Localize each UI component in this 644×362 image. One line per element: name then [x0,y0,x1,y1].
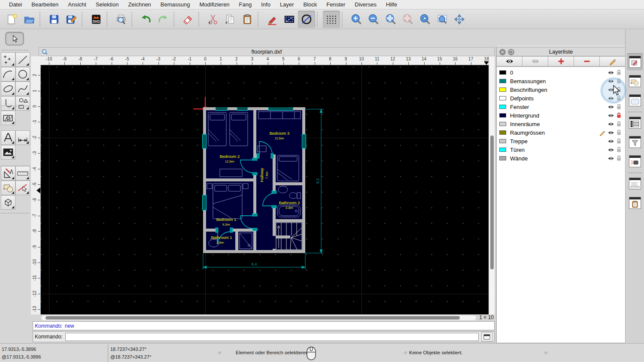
menu-item-bearbeiten[interactable]: Bearbeiten [27,1,63,8]
layer-visibility-toggle[interactable] [607,148,615,152]
save-button[interactable] [46,11,63,28]
zoom-out-button[interactable] [365,11,382,28]
layer-lock-toggle[interactable] [615,112,623,118]
command-line-dock-toggle[interactable] [627,175,643,192]
vertical-scrollbar-thumb[interactable] [490,136,494,269]
zoom-selection-button[interactable] [399,11,416,28]
layer-row-wände[interactable]: Wände [497,154,625,163]
ellipse-tool-button[interactable] [1,81,15,96]
layer-row-treppe[interactable]: Treppe [497,137,625,145]
paste-button[interactable] [239,11,256,28]
menu-item-ansicht[interactable]: Ansicht [63,1,91,8]
clipboard-dock-toggle[interactable] [627,194,643,211]
layer-visibility-toggle[interactable] [607,122,615,127]
block-tool-button[interactable] [1,181,15,195]
add-layer-button[interactable] [548,56,574,66]
menu-item-datei[interactable]: Datei [4,1,27,8]
layer-lock-toggle[interactable] [615,147,623,153]
zoom-window-button[interactable] [434,11,451,28]
delete-button[interactable] [179,11,197,28]
layer-visibility-toggle[interactable] [607,70,615,75]
hatch-tool-button[interactable] [1,111,15,125]
pan-button[interactable] [451,11,468,28]
command-input[interactable] [65,333,479,341]
layer-row-defpoints[interactable]: Defpoints [497,94,625,103]
layer-row-innenräume[interactable]: Innenräume [497,120,625,128]
library-browser-dock-toggle[interactable] [627,92,643,109]
command-window-toggle-button[interactable] [481,332,492,341]
layer-lock-toggle[interactable] [615,121,623,127]
text-tool-button[interactable] [1,130,15,145]
layer-visibility-toggle[interactable] [607,79,615,84]
measure-tool-button[interactable] [15,166,30,181]
layer-row-fenster[interactable]: Fenster [497,103,625,111]
horizontal-scrollbar-thumb[interactable] [46,316,460,320]
layer-visibility-toggle[interactable] [607,96,615,101]
zoom-auto-button[interactable] [382,11,399,28]
vertical-scrollbar[interactable] [489,56,495,314]
draw-pencil-button[interactable] [264,11,281,28]
menu-item-zeichnen[interactable]: Zeichnen [123,1,155,8]
horizontal-scrollbar[interactable] [41,315,477,321]
layer-row-bemassungen[interactable]: Bemassungen [497,77,625,85]
grid-toggle-button[interactable] [323,11,340,28]
drawing-canvas[interactable]: Bedroom 2 12.3m² Bedroom 3 11.5m² Hallwa… [41,65,489,314]
document-title-bar[interactable]: floorplan.dxf [39,47,495,56]
menu-item-bemassung[interactable]: Bemassung [156,1,195,8]
copy-button[interactable] [222,11,239,28]
shapes-tool-button[interactable] [15,96,30,111]
arc-tool-button[interactable] [1,67,15,81]
layer-row-hintergrund[interactable]: Hintergrund [497,111,625,120]
line-tool-button[interactable] [15,52,30,67]
layer-lock-toggle[interactable] [615,78,623,84]
screen-linetypes-button[interactable] [298,11,315,28]
new-file-button[interactable] [3,11,21,28]
dock-handle[interactable] [2,50,28,51]
menu-item-modifizieren[interactable]: Modifizieren [195,1,234,8]
remove-layer-button[interactable] [574,56,600,66]
layer-row-türen[interactable]: Türen [497,145,625,154]
points-tool-button[interactable] [1,52,15,67]
layer-row-beschriftungen[interactable]: Beschriftungen [497,85,625,94]
property-editor-dock-toggle[interactable] [627,53,643,70]
menu-item-selektion[interactable]: Selektion [91,1,123,8]
layer-row-0[interactable]: 0 [497,68,625,77]
svg-export-button[interactable]: SVG [88,11,105,28]
layer-visibility-toggle[interactable] [607,113,615,118]
block-list-dock-toggle[interactable] [627,72,643,90]
undo-button[interactable] [137,11,155,28]
selection-filter-dock-toggle[interactable] [627,133,643,151]
spotlight-dock-toggle[interactable] [627,153,643,170]
layer-visibility-toggle[interactable] [607,139,615,144]
hide-all-layers-button[interactable] [522,56,548,66]
menu-item-fang[interactable]: Fang [234,1,257,8]
zoom-previous-button[interactable] [416,11,434,28]
polyline-tool-button[interactable] [1,96,15,111]
draft-mode-button[interactable] [281,11,298,28]
zoom-in-button[interactable] [348,11,365,28]
cut-button[interactable] [204,11,222,28]
redo-button[interactable] [155,11,172,28]
print-preview-button[interactable] [112,11,130,28]
layer-visibility-toggle[interactable] [607,105,615,109]
layer-list-dock-toggle[interactable] [627,114,643,131]
layer-lock-toggle[interactable] [615,155,623,161]
edit-layer-button[interactable] [600,56,626,66]
drafting-aids-tool-button[interactable] [1,166,15,181]
layer-row-raumgrössen[interactable]: Raumgrössen [497,128,625,137]
menu-item-info[interactable]: Info [256,1,275,8]
circle-tool-button[interactable] [15,67,30,81]
layer-visibility-toggle[interactable] [607,156,615,161]
dimension-tool-button[interactable] [15,130,30,145]
layer-lock-toggle[interactable] [615,130,623,136]
spline-tool-button[interactable] [15,81,30,96]
save-as-button[interactable] [63,11,80,28]
selection-pointer-button[interactable] [5,32,24,45]
menu-item-diverses[interactable]: Diverses [350,1,381,8]
layer-panel-title-bar[interactable]: ✕ ❐ Layerliste [496,47,626,56]
layer-lock-toggle[interactable] [615,104,623,110]
menu-item-block[interactable]: Block [298,1,322,8]
show-all-layers-button[interactable] [496,56,522,66]
menu-item-layer[interactable]: Layer [275,1,299,8]
layer-lock-toggle[interactable] [615,69,623,75]
